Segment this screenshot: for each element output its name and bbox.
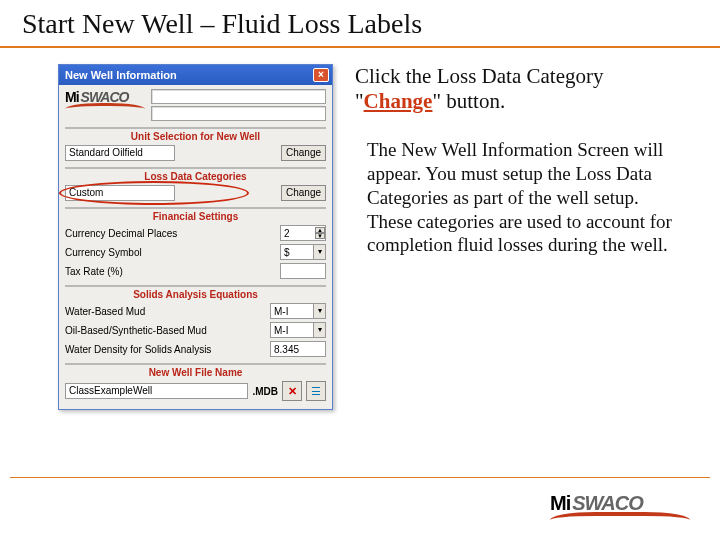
miswaco-logo: Mi SWACO bbox=[65, 89, 145, 109]
wbm-value: M-I bbox=[274, 305, 288, 318]
decimal-places-input[interactable]: 2 ▲▼ bbox=[280, 225, 326, 241]
financial-section-heading: Financial Settings bbox=[65, 207, 326, 222]
lossdata-change-button[interactable]: Change bbox=[281, 185, 326, 201]
obm-select[interactable]: M-I ▾ bbox=[270, 322, 326, 338]
water-density-label: Water Density for Solids Analysis bbox=[65, 344, 266, 355]
decimal-places-label: Currency Decimal Places bbox=[65, 228, 276, 239]
instruction-highlight: Change bbox=[364, 89, 433, 113]
delete-icon[interactable]: ✕ bbox=[282, 381, 302, 401]
close-icon[interactable]: × bbox=[313, 68, 329, 82]
chevron-down-icon: ▾ bbox=[313, 245, 325, 259]
content-area: New Well Information × Mi SWACO Unit Sel… bbox=[0, 48, 720, 410]
logo-swaco: SWACO bbox=[81, 89, 129, 105]
currency-symbol-value: $ bbox=[284, 246, 290, 259]
wbm-label: Water-Based Mud bbox=[65, 306, 266, 317]
dialog-titlebar: New Well Information × bbox=[59, 65, 332, 85]
water-density-input[interactable]: 8.345 bbox=[270, 341, 326, 357]
obm-label: Oil-Based/Synthetic-Based Mud bbox=[65, 325, 266, 336]
footer-logo-swaco: SWACO bbox=[572, 492, 643, 515]
water-density-value: 8.345 bbox=[274, 343, 299, 356]
lossdata-section-heading: Loss Data Categories bbox=[65, 167, 326, 182]
filename-section-heading: New Well File Name bbox=[65, 363, 326, 378]
instruction-post: " button. bbox=[432, 89, 505, 113]
chevron-down-icon: ▾ bbox=[313, 323, 325, 337]
wbm-select[interactable]: M-I ▾ bbox=[270, 303, 326, 319]
unit-value: Standard Oilfield bbox=[65, 145, 175, 161]
currency-symbol-select[interactable]: $ ▾ bbox=[280, 244, 326, 260]
chevron-down-icon: ▾ bbox=[313, 304, 325, 318]
new-well-dialog: New Well Information × Mi SWACO Unit Sel… bbox=[58, 64, 333, 410]
filename-ext: .MDB bbox=[252, 386, 278, 397]
tax-rate-input[interactable] bbox=[280, 263, 326, 279]
obm-value: M-I bbox=[274, 324, 288, 337]
instruction-line: Click the Loss Data Category "Change" bu… bbox=[355, 64, 690, 114]
currency-symbol-label: Currency Symbol bbox=[65, 247, 276, 258]
well-name-input[interactable] bbox=[151, 89, 326, 104]
decimal-places-value: 2 bbox=[284, 227, 290, 240]
spinner-icon[interactable]: ▲▼ bbox=[315, 227, 325, 239]
tax-rate-label: Tax Rate (%) bbox=[65, 266, 276, 277]
instruction-panel: Click the Loss Data Category "Change" bu… bbox=[355, 64, 690, 410]
instruction-paragraph: The New Well Information Screen will app… bbox=[355, 138, 690, 257]
footer-logo-mi: Mi bbox=[550, 492, 570, 515]
dialog-title: New Well Information bbox=[65, 69, 177, 81]
unit-section-heading: Unit Selection for New Well bbox=[65, 127, 326, 142]
footer-rule bbox=[10, 477, 710, 478]
filename-input[interactable]: ClassExampleWell bbox=[65, 383, 248, 399]
lossdata-value: Custom bbox=[65, 185, 175, 201]
unit-change-button[interactable]: Change bbox=[281, 145, 326, 161]
preview-icon[interactable]: ☰ bbox=[306, 381, 326, 401]
slide-title: Start New Well – Fluid Loss Labels bbox=[0, 0, 720, 48]
solids-section-heading: Solids Analysis Equations bbox=[65, 285, 326, 300]
well-desc-input[interactable] bbox=[151, 106, 326, 121]
footer-logo: Mi SWACO bbox=[550, 492, 690, 520]
logo-mi: Mi bbox=[65, 89, 79, 105]
